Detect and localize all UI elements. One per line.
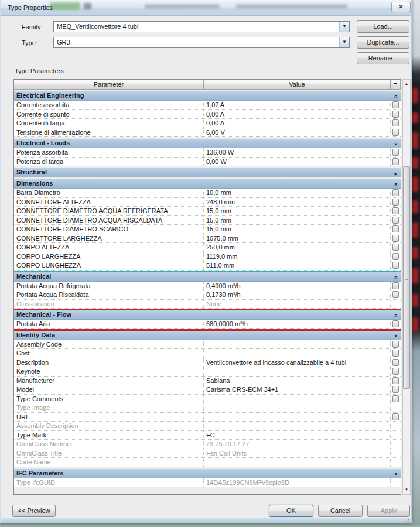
- param-value-cell[interactable]: 248,0 mm: [204, 198, 391, 207]
- section-header-electrical-loads[interactable]: Electrical - Loads»: [14, 139, 401, 148]
- param-value-cell[interactable]: [204, 349, 391, 358]
- param-value-cell[interactable]: 680,0000 m³/h: [204, 320, 391, 328]
- column-header-value[interactable]: Value: [204, 80, 391, 90]
- associate-parameter-button[interactable]: [392, 262, 399, 269]
- associate-parameter-button[interactable]: [392, 320, 399, 327]
- preview-button[interactable]: << Preview: [12, 505, 56, 517]
- type-select[interactable]: GR3 ▼: [53, 37, 350, 48]
- param-value-cell[interactable]: Sabiana: [204, 377, 391, 385]
- param-value-cell[interactable]: 15,0 mm: [204, 225, 391, 234]
- collapse-chevron-icon[interactable]: »: [391, 95, 400, 98]
- param-value-cell[interactable]: [204, 340, 391, 349]
- param-name-cell: Description: [14, 358, 204, 367]
- section-header-mechanical-flow[interactable]: Mechanical - Flow»: [14, 310, 401, 320]
- param-value-cell[interactable]: [204, 367, 391, 376]
- collapse-chevron-icon[interactable]: »: [391, 314, 400, 317]
- param-value-cell[interactable]: 1,07 A: [204, 101, 391, 109]
- chevron-down-icon[interactable]: ▼: [339, 37, 349, 47]
- param-row: CONNETTORE ALTEZZA248,0 mm: [14, 198, 401, 207]
- associate-parameter-button[interactable]: [392, 368, 399, 375]
- param-value-cell[interactable]: 1075,0 mm: [204, 234, 391, 243]
- section-header-ifc-parameters[interactable]: IFC Parameters»: [14, 469, 401, 478]
- chevron-down-icon[interactable]: ▼: [339, 22, 349, 32]
- param-name-cell: Portata Acqua Riscaldata: [14, 290, 204, 299]
- associate-parameter-button[interactable]: [392, 350, 399, 357]
- associate-parameter-button[interactable]: [392, 225, 399, 232]
- associate-parameter-button[interactable]: [392, 119, 399, 126]
- param-value-cell[interactable]: FC: [204, 431, 391, 440]
- table-scrollbar[interactable]: ▲ ▼: [402, 79, 411, 495]
- param-value-cell[interactable]: 0,00 A: [204, 119, 391, 128]
- param-value-cell[interactable]: 15,0 mm: [204, 207, 391, 215]
- associate-parameter-button[interactable]: [392, 111, 399, 118]
- cancel-button[interactable]: Cancel: [318, 505, 363, 517]
- param-value-cell[interactable]: Ventilconvettore ad incasso canalizzabil…: [204, 358, 391, 367]
- expand-chevron-icon[interactable]: »: [391, 172, 400, 175]
- associate-parameter-button[interactable]: [392, 395, 399, 402]
- associate-parameter-button[interactable]: [392, 207, 399, 214]
- close-icon[interactable]: ✕: [391, 2, 411, 12]
- resize-grip[interactable]: [404, 518, 409, 522]
- param-value-cell[interactable]: [204, 413, 391, 422]
- section-header-structural[interactable]: Structural»: [14, 168, 401, 177]
- section-header-identity-data[interactable]: Identity Data»: [14, 331, 401, 340]
- associate-parameter-button[interactable]: [392, 199, 399, 206]
- assoc-cell: [391, 349, 401, 358]
- param-value-cell[interactable]: 0,4900 m³/h: [204, 282, 391, 290]
- associate-parameter-button[interactable]: [392, 282, 399, 289]
- param-row: CONNETTORE DIAMETRO SCARICO15,0 mm: [14, 225, 401, 234]
- param-value-cell[interactable]: 0,00 A: [204, 110, 391, 119]
- dialog-titlebar[interactable]: Type Properties ✕: [1, 0, 411, 16]
- scroll-down-icon[interactable]: ▼: [403, 485, 410, 494]
- associate-parameter-button[interactable]: [392, 291, 399, 298]
- param-value-cell[interactable]: 10,0 mm: [204, 189, 391, 197]
- ok-button[interactable]: OK: [269, 505, 313, 517]
- associate-parameter-button[interactable]: [392, 217, 399, 224]
- associate-parameter-button[interactable]: [392, 129, 399, 136]
- rename-button[interactable]: Rename...: [357, 52, 409, 64]
- background-red-blob: [411, 247, 418, 259]
- associate-parameter-button[interactable]: [392, 359, 399, 366]
- param-value-cell[interactable]: Carisma CRS-ECM 34+1: [204, 385, 391, 394]
- section-header-mechanical[interactable]: Mechanical»: [14, 272, 401, 282]
- load-button[interactable]: Load...: [357, 20, 409, 33]
- associate-parameter-button[interactable]: [392, 101, 399, 108]
- associate-parameter-button[interactable]: [392, 413, 399, 420]
- param-value-cell[interactable]: 0,00 W: [204, 158, 391, 166]
- apply-button[interactable]: Apply: [367, 505, 410, 517]
- associate-parameter-button[interactable]: [392, 149, 399, 156]
- param-value-cell[interactable]: 15,0 mm: [204, 216, 391, 225]
- param-row: Portata Acqua Riscaldata0,1730 m³/h: [14, 290, 401, 300]
- column-header-parameter[interactable]: Parameter: [14, 80, 204, 90]
- collapse-chevron-icon[interactable]: »: [391, 473, 400, 476]
- family-select[interactable]: MEQ_Ventilconvettore 4 tubi ▼: [53, 21, 350, 32]
- param-value-cell[interactable]: 1119,0 mm: [204, 252, 391, 261]
- associate-parameter-button[interactable]: [392, 377, 399, 384]
- duplicate-button[interactable]: Duplicate...: [357, 36, 409, 49]
- param-name-cell: CORPO ALTEZZA: [14, 243, 204, 252]
- param-row: OmniClass Number23.75.70.17.27: [14, 440, 401, 449]
- param-name-cell: OmniClass Title: [14, 449, 204, 458]
- associate-parameter-button[interactable]: [392, 189, 399, 196]
- param-value-cell[interactable]: 0,1730 m³/h: [204, 290, 391, 299]
- associate-parameter-button[interactable]: [392, 235, 399, 242]
- scroll-up-icon[interactable]: ▲: [403, 80, 410, 88]
- param-value-cell[interactable]: 6,00 V: [204, 128, 391, 137]
- collapse-chevron-icon[interactable]: »: [391, 143, 400, 146]
- associate-parameter-button[interactable]: [392, 386, 399, 393]
- section-header-electrical-engineering[interactable]: Electrical Engineering»: [14, 91, 401, 101]
- scroll-thumb[interactable]: [403, 166, 410, 389]
- param-value-cell[interactable]: 136,00 W: [204, 148, 391, 157]
- associate-parameter-button[interactable]: [392, 341, 399, 348]
- param-value-cell[interactable]: 511,0 mm: [204, 261, 391, 270]
- collapse-chevron-icon[interactable]: »: [391, 335, 400, 338]
- collapse-chevron-icon[interactable]: »: [391, 183, 400, 186]
- associate-parameter-button[interactable]: [392, 244, 399, 251]
- section-header-dimensions[interactable]: Dimensions»: [14, 179, 401, 189]
- param-value-cell[interactable]: [204, 395, 391, 403]
- associate-parameter-button[interactable]: [392, 158, 399, 165]
- collapse-chevron-icon[interactable]: »: [391, 276, 400, 279]
- param-value-cell: None: [204, 300, 391, 309]
- param-value-cell[interactable]: 250,0 mm: [204, 243, 391, 252]
- associate-parameter-button[interactable]: [392, 253, 399, 260]
